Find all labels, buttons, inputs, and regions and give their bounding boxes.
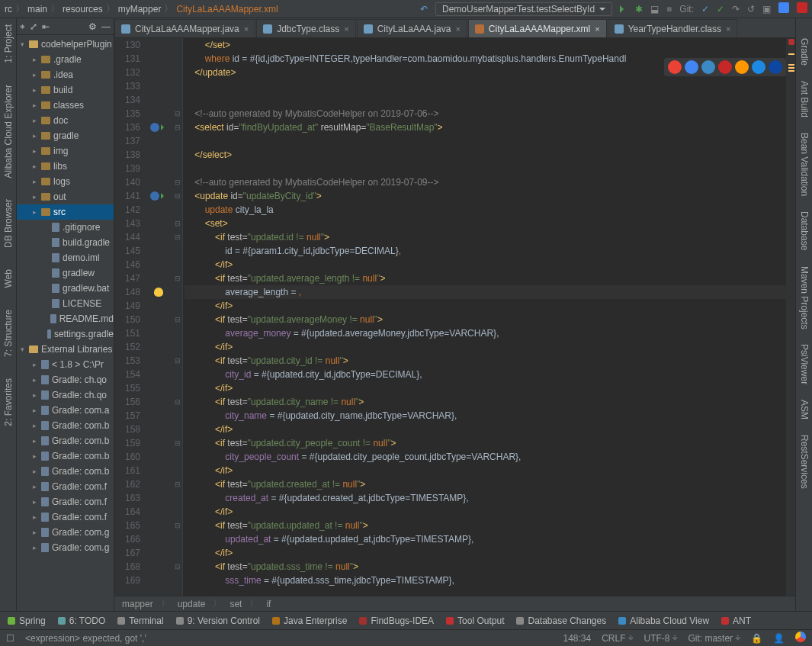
tree-item[interactable]: ▸Gradle: com.g <box>17 540 114 555</box>
bottom-tool-item[interactable]: Spring <box>8 615 46 626</box>
vcs-history-icon[interactable]: ↷ <box>732 4 740 14</box>
nav-icon[interactable] <box>150 191 159 201</box>
close-icon[interactable]: × <box>726 24 730 34</box>
translate-icon2[interactable] <box>797 2 807 15</box>
bottom-tool-item[interactable]: 9: Version Control <box>176 615 260 626</box>
stop-icon[interactable]: ■ <box>666 4 672 14</box>
tree-item[interactable]: settings.gradle <box>17 326 114 342</box>
error-stripe[interactable] <box>786 38 795 596</box>
breadcrumb-part[interactable]: main <box>27 4 47 14</box>
breadcrumb-part[interactable]: rc <box>5 4 12 14</box>
vcs-update-icon[interactable]: ✓ <box>701 4 709 14</box>
editor-tab[interactable]: YearTypeHandler.class× <box>608 19 738 37</box>
tree-item[interactable]: README.md <box>17 311 114 326</box>
tool-tab-asm[interactable]: ASM <box>799 398 810 421</box>
tree-item[interactable]: ▸Gradle: com.b <box>17 448 114 464</box>
breadcrumb-part[interactable]: myMapper <box>118 4 162 14</box>
bottom-tool-item[interactable]: Terminal <box>117 615 163 626</box>
tree-item[interactable]: ▸.idea <box>17 67 114 82</box>
status-eol[interactable]: CRLF ÷ <box>602 633 633 644</box>
tree-item[interactable]: ▸Gradle: com.b <box>17 433 114 448</box>
translate-icon[interactable] <box>778 2 789 15</box>
tree-item[interactable]: gradlew.bat <box>17 281 114 296</box>
tree-item[interactable]: gradlew <box>17 265 114 281</box>
tree-item[interactable]: ▸< 1.8 > C:\Pr <box>17 357 114 372</box>
browser-icon[interactable] <box>718 60 732 74</box>
browser-icon[interactable] <box>752 60 765 74</box>
status-icon[interactable]: ☐ <box>6 633 14 644</box>
crumb-item[interactable]: mapper <box>122 599 153 609</box>
close-icon[interactable]: × <box>455 24 460 34</box>
run-config-dropdown[interactable]: DemoUserMapperTest.testSelectById <box>435 2 612 16</box>
coverage-icon[interactable]: ⬓ <box>650 4 659 14</box>
tool-tab-antbuild[interactable]: Ant Build <box>799 79 810 119</box>
tree-item[interactable]: ▸Gradle: com.g <box>17 525 114 540</box>
tree-item[interactable]: ▸.gradle <box>17 52 114 67</box>
status-git-branch[interactable]: Git: master ÷ <box>688 633 740 644</box>
tree-item[interactable]: ▸Gradle: ch.qo <box>17 372 114 387</box>
bottom-tool-item[interactable]: Alibaba Cloud View <box>618 615 709 626</box>
tree-item[interactable]: ▸classes <box>17 98 114 113</box>
browser-icon[interactable] <box>701 60 715 74</box>
lock-icon[interactable]: 🔒 <box>751 633 762 644</box>
inspector-icon[interactable]: 👤 <box>773 633 785 644</box>
tree-item[interactable]: ▸img <box>17 143 114 159</box>
locate-icon[interactable]: ⌖ <box>20 21 25 32</box>
browser-icon[interactable] <box>735 60 749 74</box>
tree-item[interactable]: ▾External Libraries <box>17 342 114 357</box>
editor-tab[interactable]: JdbcType.class× <box>256 19 355 37</box>
tree-item[interactable]: ▸Gradle: com.a <box>17 403 114 418</box>
editor-tab[interactable]: CityLaLaAAA.java× <box>357 19 467 37</box>
editor-tab[interactable]: CityLaLaAAAMapper.xml× <box>468 19 607 37</box>
breadcrumb-part[interactable]: resources <box>63 4 103 14</box>
tree-item[interactable]: ▾codehelperPlugin <box>17 37 114 52</box>
crumb-item[interactable]: if <box>266 599 271 609</box>
debug-icon[interactable]: ✱ <box>635 4 643 14</box>
tool-tab-favorites[interactable]: 2: Favorites <box>3 375 14 429</box>
structure-icon[interactable]: ▣ <box>762 4 771 14</box>
browser-icon[interactable] <box>668 60 682 74</box>
bottom-tool-item[interactable]: Database Changes <box>516 615 606 626</box>
tree-item[interactable]: ▸doc <box>17 113 114 128</box>
vcs-revert-icon[interactable]: ↺ <box>747 4 755 14</box>
tree-item[interactable]: ▸out <box>17 189 114 204</box>
tree-item[interactable]: ▸src <box>17 204 114 220</box>
collapse-icon[interactable]: ⇤ <box>42 21 50 32</box>
crumb-item[interactable]: update <box>178 599 206 609</box>
run-gutter-icon[interactable] <box>161 124 167 130</box>
bottom-tool-item[interactable]: Java Enterprise <box>272 615 347 626</box>
browser-icon[interactable] <box>769 60 782 74</box>
run-gutter-icon[interactable] <box>161 193 167 199</box>
tree-item[interactable]: .gitignore <box>17 220 114 235</box>
crumb-item[interactable]: set <box>229 599 242 609</box>
code-editor[interactable]: </set> where id = #{id,jdbcType=INTEGER,… <box>183 38 786 596</box>
tree-item[interactable]: ▸build <box>17 82 114 98</box>
tool-tab-database[interactable]: Database <box>799 210 810 252</box>
fold-gutter[interactable]: ⊟⊟⊟⊟⊟⊟⊟⊟⊟⊟⊟⊟⊟⊟ <box>172 38 183 596</box>
intention-bulb-icon[interactable] <box>154 288 163 297</box>
tree-item[interactable]: demo.iml <box>17 250 114 265</box>
tool-tab-gradle[interactable]: Gradle <box>799 37 810 67</box>
run-icon[interactable] <box>620 5 627 13</box>
tree-item[interactable]: build.gradle <box>17 235 114 250</box>
tree-item[interactable]: ▸gradle <box>17 128 114 143</box>
gear-icon[interactable]: ⚙ <box>88 21 97 32</box>
tool-tab-project[interactable]: 1: Project <box>3 21 14 66</box>
close-icon[interactable]: × <box>344 24 348 34</box>
hide-icon[interactable]: — <box>101 21 111 32</box>
tree-item[interactable]: ▸Gradle: com.b <box>17 464 114 479</box>
tree-item[interactable]: ▸logs <box>17 174 114 189</box>
tool-tab-structure[interactable]: 7: Structure <box>3 307 14 360</box>
tool-tab-psiviewer[interactable]: PsiViewer <box>799 342 810 386</box>
tool-tab-beanvalidation[interactable]: Bean Validation <box>799 131 810 198</box>
tool-tab-rest[interactable]: RestServices <box>799 433 810 490</box>
tool-tab-alibaba[interactable]: Alibaba Cloud Explorer <box>3 82 14 182</box>
bottom-tool-item[interactable]: FindBugs-IDEA <box>359 615 434 626</box>
tool-tab-web[interactable]: Web <box>3 266 14 291</box>
vcs-commit-icon[interactable]: ✓ <box>717 4 724 14</box>
tree-item[interactable]: ▸Gradle: ch.qo <box>17 387 114 403</box>
bottom-tool-item[interactable]: 6: TODO <box>58 615 106 626</box>
status-position[interactable]: 148:34 <box>563 633 592 644</box>
close-icon[interactable]: × <box>244 24 249 34</box>
tool-tab-dbbrowser[interactable]: DB Browser <box>3 196 14 251</box>
